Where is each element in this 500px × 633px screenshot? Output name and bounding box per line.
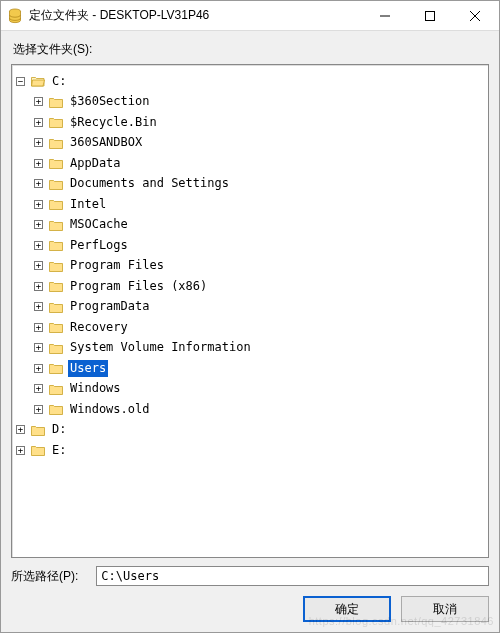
folder-icon <box>49 198 63 210</box>
tree-node[interactable]: +Intel <box>14 196 108 213</box>
close-button[interactable] <box>452 2 497 30</box>
tree-node-label[interactable]: Windows <box>68 380 123 397</box>
tree-node-label[interactable]: Users <box>68 360 108 377</box>
folder-icon <box>49 301 63 313</box>
path-row: 所选路径(P): <box>11 566 489 586</box>
tree-node[interactable]: +Users <box>14 360 108 377</box>
tree-node[interactable]: +$Recycle.Bin <box>14 114 159 131</box>
tree-node-label[interactable]: AppData <box>68 155 123 172</box>
tree-node[interactable]: +PerfLogs <box>14 237 130 254</box>
svg-rect-2 <box>425 11 434 20</box>
tree-node-label[interactable]: ProgramData <box>68 298 151 315</box>
expand-toggle-icon[interactable]: + <box>34 138 43 147</box>
folder-icon <box>49 321 63 333</box>
tree-node[interactable]: +AppData <box>14 155 123 172</box>
folder-icon <box>49 137 63 149</box>
expand-toggle-icon[interactable]: + <box>34 200 43 209</box>
tree-node[interactable]: +Windows <box>14 380 123 397</box>
tree-node[interactable]: +360SANDBOX <box>14 134 144 151</box>
folder-icon <box>49 116 63 128</box>
tree-node-label[interactable]: Recovery <box>68 319 130 336</box>
expand-toggle-icon[interactable]: + <box>34 97 43 106</box>
folder-icon <box>49 383 63 395</box>
select-folder-label: 选择文件夹(S): <box>13 41 489 58</box>
expand-toggle-icon[interactable]: + <box>34 179 43 188</box>
expand-toggle-icon[interactable]: + <box>34 241 43 250</box>
tree-node[interactable]: +MSOCache <box>14 216 130 233</box>
folder-icon <box>31 424 45 436</box>
expand-toggle-icon[interactable]: + <box>16 446 25 455</box>
maximize-button[interactable] <box>407 2 452 30</box>
tree-node[interactable]: +$360Section <box>14 93 151 110</box>
expand-toggle-icon[interactable]: + <box>34 343 43 352</box>
tree-node-label[interactable]: Windows.old <box>68 401 151 418</box>
folder-icon <box>49 362 63 374</box>
collapse-toggle-icon[interactable]: − <box>16 77 25 86</box>
tree-node-label[interactable]: 360SANDBOX <box>68 134 144 151</box>
tree-node[interactable]: +System Volume Information <box>14 339 253 356</box>
tree-node-label[interactable]: C: <box>50 73 68 90</box>
folder-icon <box>49 96 63 108</box>
expand-toggle-icon[interactable]: + <box>34 261 43 270</box>
folder-icon <box>49 239 63 251</box>
tree-node[interactable]: +Program Files (x86) <box>14 278 209 295</box>
expand-toggle-icon[interactable]: + <box>34 384 43 393</box>
cancel-button[interactable]: 取消 <box>401 596 489 622</box>
folder-icon <box>49 219 63 231</box>
window-controls <box>362 2 497 30</box>
tree-node-label[interactable]: Program Files (x86) <box>68 278 209 295</box>
expand-toggle-icon[interactable]: + <box>34 323 43 332</box>
selected-path-label: 所选路径(P): <box>11 568 78 585</box>
folder-tree[interactable]: −C:+$360Section+$Recycle.Bin+360SANDBOX+… <box>11 64 489 558</box>
folder-icon <box>49 280 63 292</box>
folder-icon <box>49 157 63 169</box>
tree-node[interactable]: +Documents and Settings <box>14 175 231 192</box>
expand-toggle-icon[interactable]: + <box>34 118 43 127</box>
folder-open-icon <box>31 75 45 87</box>
tree-node-label[interactable]: PerfLogs <box>68 237 130 254</box>
folder-icon <box>49 260 63 272</box>
expand-toggle-icon[interactable]: + <box>34 302 43 311</box>
expand-toggle-icon[interactable]: + <box>34 220 43 229</box>
database-icon <box>7 8 23 24</box>
tree-node[interactable]: +Windows.old <box>14 401 151 418</box>
tree-node-label[interactable]: Program Files <box>68 257 166 274</box>
expand-toggle-icon[interactable]: + <box>34 159 43 168</box>
expand-toggle-icon[interactable]: + <box>34 405 43 414</box>
dialog-window: 定位文件夹 - DESKTOP-LV31P46 选择文件夹(S): −C:+$3… <box>0 0 500 633</box>
tree-node-label[interactable]: MSOCache <box>68 216 130 233</box>
tree-node[interactable]: +D: <box>14 421 68 438</box>
tree-node-label[interactable]: $Recycle.Bin <box>68 114 159 131</box>
expand-toggle-icon[interactable]: + <box>34 364 43 373</box>
titlebar: 定位文件夹 - DESKTOP-LV31P46 <box>1 1 499 31</box>
minimize-button[interactable] <box>362 2 407 30</box>
window-title: 定位文件夹 - DESKTOP-LV31P46 <box>29 7 362 24</box>
folder-icon <box>49 403 63 415</box>
tree-node[interactable]: −C: <box>14 73 68 90</box>
expand-toggle-icon[interactable]: + <box>16 425 25 434</box>
tree-node-label[interactable]: $360Section <box>68 93 151 110</box>
dialog-buttons: 确定 取消 <box>11 596 489 622</box>
tree-node[interactable]: +E: <box>14 442 68 459</box>
tree-node-label[interactable]: System Volume Information <box>68 339 253 356</box>
tree-node[interactable]: +Recovery <box>14 319 130 336</box>
expand-toggle-icon[interactable]: + <box>34 282 43 291</box>
tree-node-label[interactable]: Intel <box>68 196 108 213</box>
selected-path-input[interactable] <box>96 566 489 586</box>
tree-node-label[interactable]: E: <box>50 442 68 459</box>
tree-node[interactable]: +ProgramData <box>14 298 151 315</box>
tree-node-label[interactable]: Documents and Settings <box>68 175 231 192</box>
folder-icon <box>49 178 63 190</box>
folder-icon <box>31 444 45 456</box>
client-area: 选择文件夹(S): −C:+$360Section+$Recycle.Bin+3… <box>1 31 499 632</box>
tree-node-label[interactable]: D: <box>50 421 68 438</box>
tree-node[interactable]: +Program Files <box>14 257 166 274</box>
ok-button[interactable]: 确定 <box>303 596 391 622</box>
folder-icon <box>49 342 63 354</box>
